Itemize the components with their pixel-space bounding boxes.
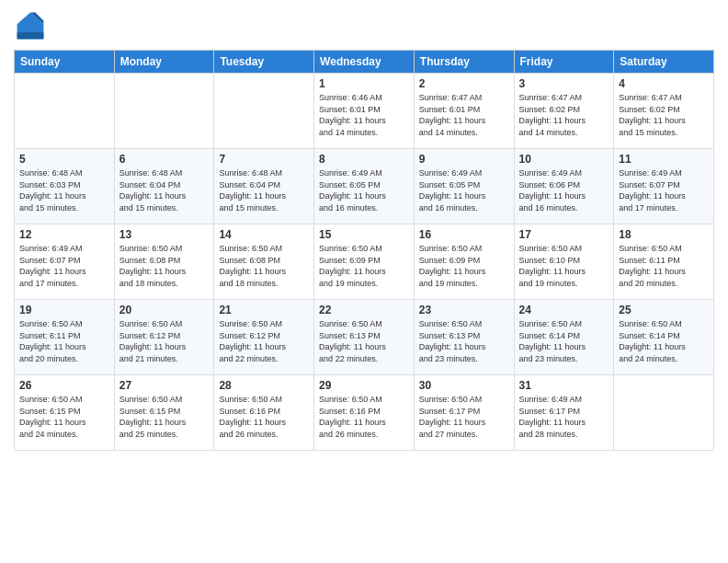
day-info: Sunrise: 6:49 AM Sunset: 6:05 PM Dayligh… (319, 167, 409, 213)
day-info: Sunrise: 6:50 AM Sunset: 6:12 PM Dayligh… (119, 318, 210, 364)
day-number: 9 (419, 153, 509, 166)
day-number: 25 (619, 304, 709, 316)
day-info: Sunrise: 6:50 AM Sunset: 6:09 PM Dayligh… (319, 243, 409, 289)
day-number: 23 (419, 304, 509, 316)
day-number: 1 (319, 77, 409, 90)
day-number: 28 (219, 379, 309, 392)
day-header-saturday: Saturday (614, 51, 714, 74)
day-info: Sunrise: 6:48 AM Sunset: 6:04 PM Dayligh… (119, 167, 210, 213)
day-number: 22 (319, 304, 409, 316)
day-number: 24 (519, 304, 609, 316)
calendar-cell: 26Sunrise: 6:50 AM Sunset: 6:15 PM Dayli… (15, 375, 115, 451)
day-info: Sunrise: 6:47 AM Sunset: 6:02 PM Dayligh… (519, 92, 609, 138)
day-number: 19 (19, 304, 109, 316)
day-info: Sunrise: 6:50 AM Sunset: 6:14 PM Dayligh… (619, 318, 709, 364)
day-info: Sunrise: 6:50 AM Sunset: 6:17 PM Dayligh… (419, 394, 509, 440)
calendar-cell: 20Sunrise: 6:50 AM Sunset: 6:12 PM Dayli… (114, 300, 214, 375)
day-info: Sunrise: 6:48 AM Sunset: 6:04 PM Dayligh… (219, 167, 309, 213)
day-header-tuesday: Tuesday (214, 51, 314, 74)
calendar-cell: 23Sunrise: 6:50 AM Sunset: 6:13 PM Dayli… (414, 300, 514, 375)
day-info: Sunrise: 6:47 AM Sunset: 6:02 PM Dayligh… (619, 92, 709, 138)
day-number: 3 (519, 77, 609, 90)
calendar-cell: 15Sunrise: 6:50 AM Sunset: 6:09 PM Dayli… (314, 224, 415, 300)
logo (14, 9, 51, 42)
day-number: 12 (19, 228, 109, 241)
calendar-cell (114, 74, 214, 149)
calendar-cell: 8Sunrise: 6:49 AM Sunset: 6:05 PM Daylig… (314, 149, 415, 224)
calendar-cell: 10Sunrise: 6:49 AM Sunset: 6:06 PM Dayli… (514, 149, 614, 224)
day-info: Sunrise: 6:50 AM Sunset: 6:16 PM Dayligh… (319, 394, 409, 440)
calendar-cell: 27Sunrise: 6:50 AM Sunset: 6:15 PM Dayli… (114, 375, 214, 451)
day-number: 5 (19, 153, 109, 166)
day-number: 18 (619, 228, 709, 241)
calendar-cell: 7Sunrise: 6:48 AM Sunset: 6:04 PM Daylig… (214, 149, 314, 224)
day-number: 29 (319, 379, 409, 392)
day-info: Sunrise: 6:49 AM Sunset: 6:06 PM Dayligh… (519, 167, 609, 213)
calendar-cell: 22Sunrise: 6:50 AM Sunset: 6:13 PM Dayli… (314, 300, 415, 375)
calendar-cell: 24Sunrise: 6:50 AM Sunset: 6:14 PM Dayli… (514, 300, 614, 375)
page: SundayMondayTuesdayWednesdayThursdayFrid… (0, 0, 728, 563)
day-info: Sunrise: 6:50 AM Sunset: 6:13 PM Dayligh… (319, 318, 409, 364)
week-row-1: 5Sunrise: 6:48 AM Sunset: 6:03 PM Daylig… (15, 149, 714, 224)
day-number: 10 (519, 153, 609, 166)
calendar-cell: 29Sunrise: 6:50 AM Sunset: 6:16 PM Dayli… (314, 375, 415, 451)
calendar-header-row: SundayMondayTuesdayWednesdayThursdayFrid… (15, 51, 714, 74)
calendar-cell: 28Sunrise: 6:50 AM Sunset: 6:16 PM Dayli… (214, 375, 314, 451)
week-row-3: 19Sunrise: 6:50 AM Sunset: 6:11 PM Dayli… (15, 300, 714, 375)
calendar-cell: 14Sunrise: 6:50 AM Sunset: 6:08 PM Dayli… (214, 224, 314, 300)
day-header-monday: Monday (114, 51, 214, 74)
calendar-cell (614, 375, 714, 451)
calendar-cell: 19Sunrise: 6:50 AM Sunset: 6:11 PM Dayli… (15, 300, 115, 375)
day-info: Sunrise: 6:50 AM Sunset: 6:09 PM Dayligh… (419, 243, 509, 289)
day-number: 31 (519, 379, 609, 392)
day-number: 7 (219, 153, 309, 166)
day-number: 17 (519, 228, 609, 241)
day-info: Sunrise: 6:50 AM Sunset: 6:13 PM Dayligh… (419, 318, 509, 364)
calendar-cell: 12Sunrise: 6:49 AM Sunset: 6:07 PM Dayli… (15, 224, 115, 300)
day-number: 2 (419, 77, 509, 90)
day-info: Sunrise: 6:50 AM Sunset: 6:11 PM Dayligh… (619, 243, 709, 289)
calendar-cell: 5Sunrise: 6:48 AM Sunset: 6:03 PM Daylig… (15, 149, 115, 224)
day-number: 4 (619, 77, 709, 90)
calendar-cell: 2Sunrise: 6:47 AM Sunset: 6:01 PM Daylig… (414, 74, 514, 149)
day-number: 27 (119, 379, 210, 392)
day-info: Sunrise: 6:50 AM Sunset: 6:16 PM Dayligh… (219, 394, 309, 440)
svg-rect-2 (17, 32, 44, 39)
calendar-cell: 18Sunrise: 6:50 AM Sunset: 6:11 PM Dayli… (614, 224, 714, 300)
day-info: Sunrise: 6:50 AM Sunset: 6:11 PM Dayligh… (19, 318, 109, 364)
calendar-cell: 1Sunrise: 6:46 AM Sunset: 6:01 PM Daylig… (314, 74, 415, 149)
day-info: Sunrise: 6:49 AM Sunset: 6:05 PM Dayligh… (419, 167, 509, 213)
calendar-cell: 9Sunrise: 6:49 AM Sunset: 6:05 PM Daylig… (414, 149, 514, 224)
day-number: 6 (119, 153, 210, 166)
week-row-2: 12Sunrise: 6:49 AM Sunset: 6:07 PM Dayli… (15, 224, 714, 300)
day-info: Sunrise: 6:46 AM Sunset: 6:01 PM Dayligh… (319, 92, 409, 138)
day-number: 16 (419, 228, 509, 241)
calendar-cell: 17Sunrise: 6:50 AM Sunset: 6:10 PM Dayli… (514, 224, 614, 300)
calendar-cell (15, 74, 115, 149)
calendar-cell: 21Sunrise: 6:50 AM Sunset: 6:12 PM Dayli… (214, 300, 314, 375)
day-number: 8 (319, 153, 409, 166)
calendar-cell: 6Sunrise: 6:48 AM Sunset: 6:04 PM Daylig… (114, 149, 214, 224)
header (14, 9, 714, 42)
calendar: SundayMondayTuesdayWednesdayThursdayFrid… (14, 50, 714, 451)
logo-icon (14, 9, 47, 42)
day-number: 20 (119, 304, 210, 316)
day-info: Sunrise: 6:50 AM Sunset: 6:08 PM Dayligh… (119, 243, 210, 289)
calendar-cell: 4Sunrise: 6:47 AM Sunset: 6:02 PM Daylig… (614, 74, 714, 149)
day-number: 26 (19, 379, 109, 392)
day-header-thursday: Thursday (414, 51, 514, 74)
calendar-cell: 25Sunrise: 6:50 AM Sunset: 6:14 PM Dayli… (614, 300, 714, 375)
day-info: Sunrise: 6:49 AM Sunset: 6:17 PM Dayligh… (519, 394, 609, 440)
calendar-cell: 11Sunrise: 6:49 AM Sunset: 6:07 PM Dayli… (614, 149, 714, 224)
week-row-0: 1Sunrise: 6:46 AM Sunset: 6:01 PM Daylig… (15, 74, 714, 149)
day-info: Sunrise: 6:49 AM Sunset: 6:07 PM Dayligh… (619, 167, 709, 213)
day-header-friday: Friday (514, 51, 614, 74)
day-number: 11 (619, 153, 709, 166)
day-info: Sunrise: 6:48 AM Sunset: 6:03 PM Dayligh… (19, 167, 109, 213)
day-number: 30 (419, 379, 509, 392)
day-info: Sunrise: 6:50 AM Sunset: 6:15 PM Dayligh… (119, 394, 210, 440)
day-number: 21 (219, 304, 309, 316)
day-number: 14 (219, 228, 309, 241)
day-info: Sunrise: 6:50 AM Sunset: 6:12 PM Dayligh… (219, 318, 309, 364)
calendar-cell: 31Sunrise: 6:49 AM Sunset: 6:17 PM Dayli… (514, 375, 614, 451)
